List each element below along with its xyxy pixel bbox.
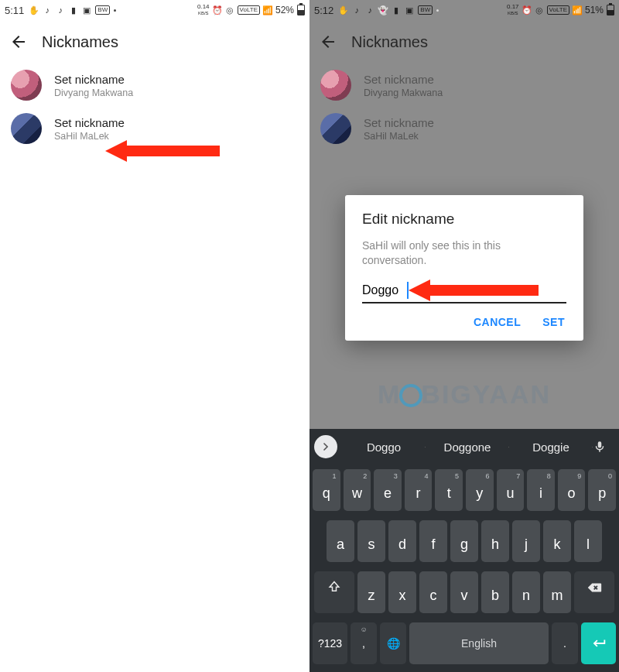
key-t[interactable]: t5 <box>435 469 463 511</box>
key-l[interactable]: l <box>574 520 602 562</box>
emoji-key[interactable]: ☺, <box>351 622 377 664</box>
music-icon: ♪ <box>365 5 374 15</box>
alarm-icon: ⏰ <box>522 5 532 15</box>
language-key[interactable]: 🌐 <box>380 622 406 664</box>
key-v[interactable]: v <box>450 571 478 613</box>
avatar <box>11 113 42 144</box>
key-b[interactable]: b <box>481 571 509 613</box>
keyboard-row: ?123 ☺, 🌐 English . <box>310 618 619 669</box>
soft-keyboard: Doggo Doggone Doggie q1w2e3r4t5y6u7i8o9p… <box>310 429 619 672</box>
alarm-icon: ⏰ <box>213 5 222 15</box>
key-i[interactable]: i8 <box>527 469 555 511</box>
key-q[interactable]: q1 <box>313 469 340 511</box>
camera-icon: ▣ <box>82 5 91 15</box>
shift-key[interactable] <box>314 571 354 613</box>
list-item-subtitle: Divyang Makwana <box>364 87 443 98</box>
list-item[interactable]: Set nickname Divyang Makwana <box>310 63 619 107</box>
key-c[interactable]: c <box>419 571 447 613</box>
key-w[interactable]: w2 <box>344 469 371 511</box>
enter-key[interactable] <box>581 622 616 664</box>
battery-small-icon: ▮ <box>69 5 78 15</box>
keyboard-row: q1w2e3r4t5y6u7i8o9p0 <box>310 465 619 516</box>
key-g[interactable]: g <box>450 520 478 562</box>
data-rate: 0.14KB/S <box>197 4 210 16</box>
edit-nickname-dialog: Edit nickname SaHil will only see this i… <box>345 195 583 341</box>
key-m[interactable]: m <box>543 571 571 613</box>
suggestion-bar: Doggo Doggone Doggie <box>310 429 619 465</box>
list-item-title: Set nickname <box>54 116 125 129</box>
phone-left: 5:11 ✋ ♪ ♪ ▮ ▣ BW 0.14KB/S ⏰ ◎ VoLTE 📶 5… <box>0 0 310 672</box>
screen-header: Nicknames <box>310 20 619 63</box>
key-z[interactable]: z <box>357 571 385 613</box>
key-s[interactable]: s <box>357 520 385 562</box>
battery-icon <box>297 5 305 15</box>
screen-header: Nicknames <box>0 20 310 63</box>
avatar <box>320 70 351 101</box>
cancel-button[interactable]: CANCEL <box>474 316 521 328</box>
data-rate: 0.17KB/S <box>507 4 519 16</box>
signal-icon: 📶 <box>573 5 582 15</box>
list-item[interactable]: Set nickname SaHil MaLek <box>310 107 619 150</box>
period-key[interactable]: . <box>552 622 578 664</box>
status-bar: 5:12 ✋ ♪ ♪ 👻 ▮ ▣ BW 0.17KB/S ⏰ ◎ VoLTE 📶… <box>310 0 619 20</box>
key-u[interactable]: u7 <box>497 469 525 511</box>
back-icon[interactable] <box>9 33 28 51</box>
battery-percent: 52% <box>275 5 294 15</box>
key-r[interactable]: r4 <box>405 469 433 511</box>
volte-badge: VoLTE <box>238 5 260 15</box>
music-icon: ♪ <box>43 5 52 15</box>
nickname-list: Set nickname Divyang Makwana Set nicknam… <box>310 63 619 150</box>
status-time: 5:12 <box>314 5 333 16</box>
avatar <box>11 70 42 101</box>
signal-icon: 📶 <box>263 5 272 15</box>
battery-percent: 51% <box>585 5 604 15</box>
snapchat-icon: 👻 <box>378 5 388 15</box>
key-a[interactable]: a <box>327 520 354 562</box>
list-item-title: Set nickname <box>54 73 133 86</box>
more-dot-icon <box>436 9 439 12</box>
page-title: Nicknames <box>42 33 118 51</box>
space-key[interactable]: English <box>409 622 549 664</box>
backspace-key[interactable] <box>574 571 614 613</box>
watermark: MBIGYAAN <box>310 379 619 410</box>
key-n[interactable]: n <box>512 571 540 613</box>
annotation-arrow <box>409 280 539 300</box>
key-d[interactable]: d <box>388 520 416 562</box>
suggestion[interactable]: Doggo <box>342 441 426 454</box>
key-j[interactable]: j <box>512 520 540 562</box>
more-dot-icon <box>114 9 116 12</box>
avatar <box>320 113 351 144</box>
key-p[interactable]: p0 <box>588 469 616 511</box>
battery-icon <box>607 5 614 15</box>
hand-icon: ✋ <box>29 5 39 15</box>
key-f[interactable]: f <box>419 520 447 562</box>
music-icon: ♪ <box>56 5 65 15</box>
key-e[interactable]: e3 <box>374 469 402 511</box>
target-icon: ◎ <box>535 5 544 15</box>
volte-badge: VoLTE <box>547 5 569 15</box>
list-item[interactable]: Set nickname Divyang Makwana <box>0 63 310 107</box>
key-y[interactable]: y6 <box>466 469 494 511</box>
expand-suggestions-icon[interactable] <box>314 435 337 458</box>
back-icon[interactable] <box>319 33 337 51</box>
bw-badge: BW <box>95 5 110 15</box>
nickname-list: Set nickname Divyang Makwana Set nicknam… <box>0 63 310 150</box>
status-time: 5:11 <box>5 5 24 16</box>
battery-small-icon: ▮ <box>392 5 401 15</box>
list-item-subtitle: Divyang Makwana <box>54 87 133 98</box>
symbols-key[interactable]: ?123 <box>313 622 347 664</box>
suggestion[interactable]: Doggie <box>509 441 593 454</box>
suggestion[interactable]: Doggone <box>426 441 509 454</box>
keyboard-row: asdfghjkl <box>310 516 619 567</box>
dialog-message: SaHil will only see this in this convers… <box>362 238 566 268</box>
bw-badge: BW <box>418 5 433 15</box>
camera-icon: ▣ <box>405 5 414 15</box>
dialog-title: Edit nickname <box>362 211 566 228</box>
key-k[interactable]: k <box>543 520 571 562</box>
annotation-arrow <box>105 141 220 161</box>
key-o[interactable]: o9 <box>558 469 586 511</box>
key-h[interactable]: h <box>481 520 509 562</box>
key-x[interactable]: x <box>388 571 416 613</box>
mic-icon[interactable] <box>593 440 614 454</box>
set-button[interactable]: SET <box>542 316 565 328</box>
